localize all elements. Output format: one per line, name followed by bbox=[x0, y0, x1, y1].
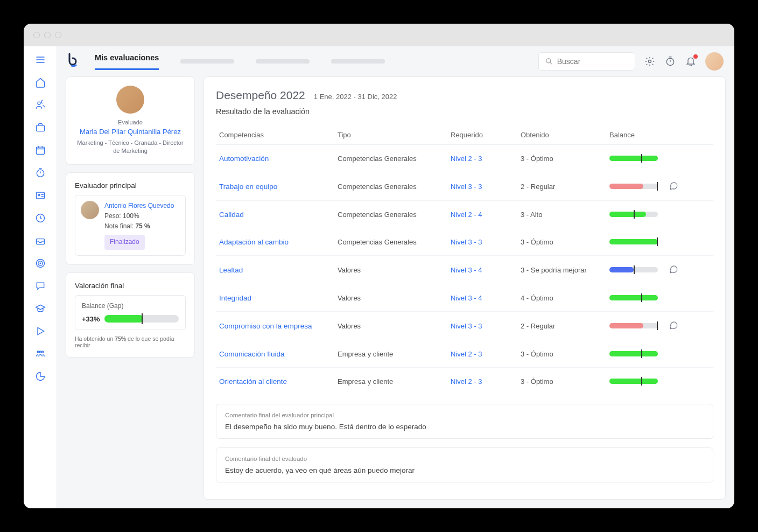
cell-required[interactable]: Nivel 3 - 3 bbox=[451, 238, 482, 246]
balance-mini-bar bbox=[609, 323, 658, 328]
table-row: Comunicación fluida Empresa y cliente Ni… bbox=[216, 340, 713, 368]
cell-type: Empresa y cliente bbox=[338, 377, 451, 386]
competency-link[interactable]: Adaptación al cambio bbox=[219, 238, 289, 246]
cell-obtained: 3 - Óptimo bbox=[521, 238, 609, 246]
tab-placeholder[interactable] bbox=[180, 59, 234, 64]
sidebar: Evaluado Maria Del Pilar Quintanilla Pér… bbox=[66, 76, 195, 500]
competency-link[interactable]: Lealtad bbox=[219, 266, 243, 274]
user-avatar[interactable] bbox=[705, 52, 724, 71]
graduation-icon[interactable] bbox=[34, 303, 46, 314]
bell-icon[interactable] bbox=[685, 55, 697, 67]
valuation-title: Valoración final bbox=[75, 282, 186, 290]
cell-type: Competencias Generales bbox=[338, 238, 451, 246]
id-card-icon[interactable] bbox=[34, 190, 46, 201]
svg-point-15 bbox=[649, 60, 651, 63]
balance-bar bbox=[104, 315, 179, 323]
cell-required[interactable]: Nivel 2 - 3 bbox=[451, 377, 482, 386]
balance-mini-bar bbox=[609, 239, 658, 244]
col-competencies: Competencias bbox=[219, 131, 338, 139]
search-input[interactable] bbox=[557, 57, 628, 66]
logo[interactable] bbox=[68, 53, 80, 71]
svg-rect-4 bbox=[36, 192, 44, 199]
search-box[interactable] bbox=[538, 52, 635, 71]
window-minimize[interactable] bbox=[44, 32, 51, 38]
svg-point-14 bbox=[546, 59, 551, 63]
cell-type: Competencias Generales bbox=[338, 155, 451, 163]
cell-required[interactable]: Nivel 3 - 4 bbox=[451, 294, 482, 302]
comment-icon[interactable] bbox=[669, 320, 679, 331]
cell-required[interactable]: Nivel 2 - 4 bbox=[451, 211, 482, 219]
settings-icon[interactable] bbox=[644, 55, 656, 67]
competency-link[interactable]: Automotivación bbox=[219, 155, 269, 163]
window-maximize[interactable] bbox=[55, 32, 61, 38]
calendar-icon[interactable] bbox=[34, 144, 46, 156]
tab-placeholder[interactable] bbox=[256, 59, 310, 64]
chat-icon[interactable] bbox=[34, 280, 46, 292]
team-icon[interactable] bbox=[34, 348, 46, 360]
inbox-icon[interactable] bbox=[34, 235, 46, 247]
people-icon[interactable] bbox=[34, 99, 46, 111]
cell-required[interactable]: Nivel 2 - 3 bbox=[451, 350, 482, 358]
notification-badge bbox=[693, 54, 698, 59]
svg-rect-1 bbox=[36, 125, 44, 131]
cell-required[interactable]: Nivel 3 - 3 bbox=[451, 183, 482, 191]
col-obtained: Obtenido bbox=[521, 131, 609, 139]
window-close[interactable] bbox=[33, 32, 40, 38]
competency-link[interactable]: Compromiso con la empresa bbox=[219, 322, 312, 330]
balance-mini-bar bbox=[609, 295, 658, 300]
stopwatch-icon[interactable] bbox=[664, 55, 676, 67]
balance-mini-bar bbox=[609, 351, 658, 356]
timer-icon[interactable] bbox=[34, 167, 46, 179]
home-icon[interactable] bbox=[34, 76, 46, 88]
profile-name[interactable]: Maria Del Pilar Quintanilla Pérez bbox=[75, 128, 186, 136]
comment-icon[interactable] bbox=[669, 264, 679, 275]
cell-required[interactable]: Nivel 2 - 3 bbox=[451, 155, 482, 163]
menu-icon[interactable] bbox=[34, 54, 46, 66]
comment-text: Estoy de acuerdo, ya veo en qué áreas aú… bbox=[225, 466, 704, 474]
cell-required[interactable]: Nivel 3 - 4 bbox=[451, 266, 482, 274]
comment-label: Comentario final del evaluador principal bbox=[225, 412, 704, 418]
table-row: Compromiso con la empresa Valores Nivel … bbox=[216, 312, 713, 340]
cell-obtained: 4 - Óptimo bbox=[521, 294, 609, 302]
competency-link[interactable]: Integridad bbox=[219, 294, 251, 302]
profile-card: Evaluado Maria Del Pilar Quintanilla Pér… bbox=[66, 76, 195, 165]
titlebar bbox=[24, 24, 734, 46]
svg-point-8 bbox=[36, 260, 44, 268]
comment-icon[interactable] bbox=[669, 181, 679, 192]
evaluator-name[interactable]: Antonio Flores Quevedo bbox=[104, 201, 174, 211]
table-row: Adaptación al cambio Competencias Genera… bbox=[216, 228, 713, 256]
pie-icon[interactable] bbox=[34, 370, 46, 382]
cell-obtained: 3 - Se podría mejorar bbox=[521, 266, 609, 274]
table-row: Lealtad Valores Nivel 3 - 4 3 - Se podrí… bbox=[216, 256, 713, 284]
comment-box: Comentario final del evaluador principal… bbox=[216, 404, 713, 439]
target-icon[interactable] bbox=[34, 257, 46, 269]
table-row: Automotivación Competencias Generales Ni… bbox=[216, 145, 713, 172]
pane-dates: 1 Ene, 2022 - 31 Dic, 2022 bbox=[314, 93, 397, 101]
cell-type: Competencias Generales bbox=[338, 183, 451, 191]
svg-point-10 bbox=[40, 263, 41, 264]
pane-title: Desempeño 2022 bbox=[216, 89, 305, 102]
play-icon[interactable] bbox=[34, 325, 46, 337]
balance-mini-bar bbox=[609, 267, 658, 272]
comment-box: Comentario final del evaluadoEstoy de ac… bbox=[216, 447, 713, 482]
competency-link[interactable]: Trabajo en equipo bbox=[219, 183, 277, 191]
competencies-table: Competencias Tipo Requerido Obtenido Bal… bbox=[216, 125, 713, 395]
competency-link[interactable]: Comunicación fluida bbox=[219, 350, 285, 358]
tab-placeholder[interactable] bbox=[331, 59, 385, 64]
svg-point-5 bbox=[38, 194, 39, 196]
competency-link[interactable]: Calidad bbox=[219, 211, 244, 219]
balance-mini-bar bbox=[609, 379, 658, 384]
svg-point-11 bbox=[37, 351, 39, 353]
topbar: Mis evaluaciones bbox=[57, 46, 734, 76]
cell-type: Competencias Generales bbox=[338, 211, 451, 219]
cell-obtained: 3 - Óptimo bbox=[521, 377, 609, 386]
briefcase-icon[interactable] bbox=[34, 122, 46, 134]
tab-my-evaluations[interactable]: Mis evaluaciones bbox=[95, 53, 159, 70]
competency-link[interactable]: Orientación al cliente bbox=[219, 377, 287, 386]
results-pane: Desempeño 2022 1 Ene, 2022 - 31 Dic, 202… bbox=[203, 76, 726, 500]
balance-mini-bar bbox=[609, 212, 658, 217]
clock-icon[interactable] bbox=[34, 212, 46, 224]
evaluator-weight: Peso: 100% bbox=[104, 211, 174, 221]
cell-required[interactable]: Nivel 3 - 3 bbox=[451, 322, 482, 330]
profile-meta: Marketing - Técnico - Granada - Director… bbox=[75, 139, 186, 156]
